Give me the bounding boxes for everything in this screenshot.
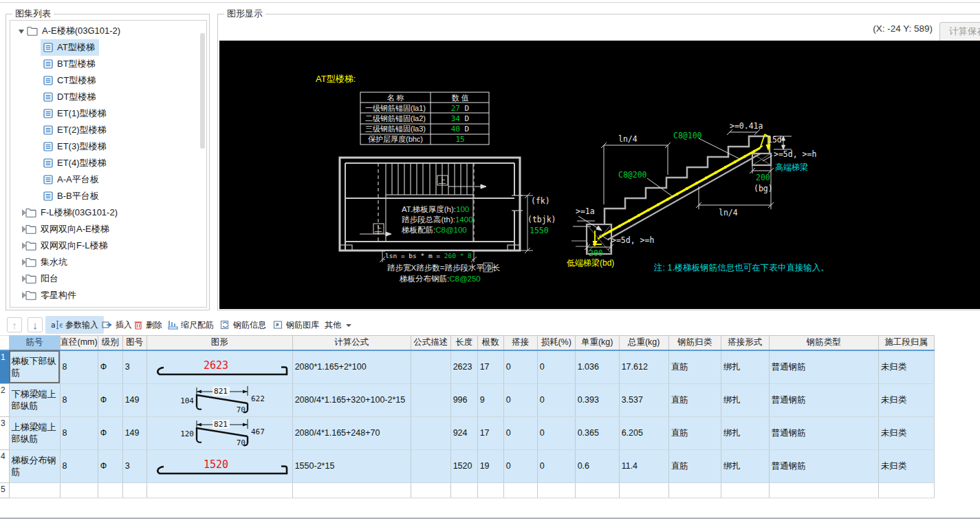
row-number[interactable]: 1 xyxy=(0,350,9,384)
row-number[interactable]: 5 xyxy=(0,482,9,498)
scale-rebar-button[interactable]: 缩尺配筋 xyxy=(168,317,214,332)
cell-count[interactable]: 17 xyxy=(477,350,503,384)
cell-type[interactable] xyxy=(769,482,878,498)
cell-dia[interactable] xyxy=(60,482,98,498)
cell-dia[interactable]: 8 xyxy=(60,383,98,416)
cell-len[interactable]: 1520 xyxy=(450,449,477,482)
cell-dia[interactable]: 8 xyxy=(60,449,98,482)
cell-totw[interactable]: 3.537 xyxy=(619,383,668,416)
cell-loss[interactable]: 0 xyxy=(537,350,575,384)
cell-desc[interactable] xyxy=(411,416,450,449)
delete-button[interactable]: 删除 xyxy=(133,317,162,332)
cell-type[interactable]: 普通钢筋 xyxy=(769,449,878,482)
cell-lap[interactable] xyxy=(503,482,537,498)
tree-item-et3-stair[interactable]: ET(3)型楼梯 xyxy=(10,138,206,155)
move-down-button[interactable]: ↓ xyxy=(28,317,43,332)
cell-level[interactable]: Ф xyxy=(98,350,122,384)
cell-desc[interactable] xyxy=(411,449,450,482)
col-header-level[interactable]: 级别 xyxy=(98,336,122,350)
cell-lap[interactable]: 0 xyxy=(503,416,537,449)
cell-shape[interactable]: 821 104 622 70 xyxy=(146,383,292,416)
collapsed-arrow-icon[interactable] xyxy=(19,226,23,232)
cell-name[interactable]: 梯板分布钢筋 xyxy=(9,449,60,482)
cell-laptype[interactable] xyxy=(721,482,769,498)
row-number[interactable]: 4 xyxy=(0,449,9,482)
cell-section[interactable] xyxy=(878,482,934,498)
cell-type[interactable]: 普通钢筋 xyxy=(769,350,878,384)
cell-class[interactable]: 直筋 xyxy=(668,383,721,416)
cell-count[interactable] xyxy=(477,482,503,498)
move-up-button[interactable]: ↑ xyxy=(7,317,22,332)
col-header-loss[interactable]: 损耗(%) xyxy=(537,336,575,350)
cell-fig[interactable]: 3 xyxy=(122,449,146,482)
collapsed-arrow-icon[interactable] xyxy=(19,276,23,281)
cell-formula[interactable] xyxy=(292,482,411,498)
cell-lap[interactable]: 0 xyxy=(503,449,537,482)
cell-totw[interactable]: 11.4 xyxy=(619,449,668,482)
atlas-tree[interactable]: A-E楼梯(03G101-2) AT型楼梯 BT型楼梯 CT型楼梯 DT型楼梯 … xyxy=(10,20,207,308)
cell-desc[interactable] xyxy=(411,482,450,498)
cell-lap[interactable]: 0 xyxy=(503,350,537,384)
col-header-section[interactable]: 施工段归属 xyxy=(878,336,934,350)
tree-scrollbar[interactable] xyxy=(200,33,205,149)
cell-totw[interactable] xyxy=(619,482,668,498)
cell-loss[interactable]: 0 xyxy=(537,449,575,482)
cell-shape[interactable] xyxy=(146,482,292,498)
tree-item-bb-platform[interactable]: B-B平台板 xyxy=(10,188,206,204)
cell-class[interactable]: 直筋 xyxy=(668,449,721,482)
cell-laptype[interactable]: 绑扎 xyxy=(721,383,769,416)
cell-class[interactable] xyxy=(668,482,721,498)
cell-shape[interactable]: 2623 xyxy=(146,350,292,384)
tree-item-partial[interactable] xyxy=(10,304,206,308)
cell-formula[interactable]: 2080/4*1.165+320+100-2*15 xyxy=(292,383,411,416)
row-number[interactable]: 3 xyxy=(0,416,9,449)
cell-class[interactable]: 直筋 xyxy=(668,350,721,384)
cell-section[interactable]: 未归类 xyxy=(878,416,934,449)
col-header-shape[interactable]: 图形 xyxy=(146,336,292,350)
tree-item-aa-platform[interactable]: A-A平台板 xyxy=(10,171,206,188)
col-header-fig[interactable]: 图号 xyxy=(122,336,146,350)
col-header-class[interactable]: 钢筋归类 xyxy=(668,336,721,350)
cell-fig[interactable]: 149 xyxy=(122,416,146,449)
rebar-info-button[interactable]: 钢筋信息 xyxy=(220,317,266,332)
cell-class[interactable]: 直筋 xyxy=(668,416,721,449)
col-header-unitw[interactable]: 单重(kg) xyxy=(575,336,619,350)
cell-fig[interactable]: 3 xyxy=(122,350,146,384)
tree-item-biaxial-fl[interactable]: 双网双向F-L楼梯 xyxy=(10,237,206,254)
cell-name[interactable] xyxy=(9,482,60,498)
cell-formula[interactable]: 2080*1.165+2*100 xyxy=(292,350,411,384)
cell-type[interactable]: 普通钢筋 xyxy=(769,383,878,416)
cell-desc[interactable] xyxy=(411,383,450,416)
cell-totw[interactable]: 17.612 xyxy=(619,350,668,384)
tree-item-balcony[interactable]: 阳台 xyxy=(10,270,206,287)
param-input-button[interactable]: a e 参数输入 xyxy=(45,316,104,334)
col-header-count[interactable]: 根数 xyxy=(477,336,503,350)
cell-fig[interactable] xyxy=(122,482,146,498)
col-header-totw[interactable]: 总重(kg) xyxy=(619,336,668,350)
cell-unitw[interactable]: 0.6 xyxy=(575,449,619,482)
collapsed-arrow-icon[interactable] xyxy=(19,259,23,265)
tree-item-et2-stair[interactable]: ET(2)型楼梯 xyxy=(10,122,206,138)
col-header-dia[interactable]: 直径(mm) xyxy=(60,336,98,350)
cell-dia[interactable]: 8 xyxy=(60,416,98,449)
cell-unitw[interactable]: 1.036 xyxy=(575,350,619,384)
cell-formula[interactable]: 1550-2*15 xyxy=(292,449,411,482)
cell-formula[interactable]: 2080/4*1.165+248+70 xyxy=(292,416,411,449)
tree-item-ct-stair[interactable]: CT型楼梯 xyxy=(10,72,206,89)
rebar-library-button[interactable]: 钢筋图库 xyxy=(273,317,319,332)
cell-count[interactable]: 19 xyxy=(477,449,503,482)
cell-section[interactable]: 未归类 xyxy=(878,350,934,384)
col-header-formula[interactable]: 计算公式 xyxy=(292,336,411,350)
tree-item-biaxial-ae[interactable]: 双网双向A-E楼梯 xyxy=(10,221,206,237)
cell-section[interactable]: 未归类 xyxy=(878,449,934,482)
calc-save-button[interactable]: 计算保存 xyxy=(939,22,980,41)
insert-button[interactable]: 插入 xyxy=(102,317,132,332)
cell-shape[interactable]: 821 120 467 70 xyxy=(146,416,292,449)
cell-len[interactable]: 924 xyxy=(450,416,477,449)
tree-item-dt-stair[interactable]: DT型楼梯 xyxy=(10,89,206,105)
tree-item-sump[interactable]: 集水坑 xyxy=(10,254,206,270)
cell-level[interactable]: Ф xyxy=(98,383,122,416)
collapsed-arrow-icon[interactable] xyxy=(19,210,23,215)
cell-dia[interactable]: 8 xyxy=(60,350,98,384)
cell-unitw[interactable]: 0.365 xyxy=(575,416,619,449)
